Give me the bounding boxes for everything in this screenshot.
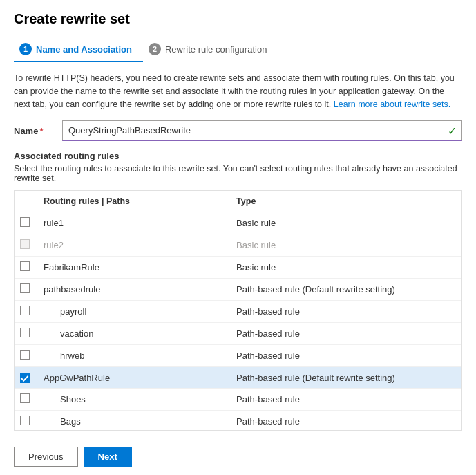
row-type-row2: Basic rule — [229, 234, 461, 257]
table-row[interactable]: vacationPath-based rule — [15, 323, 461, 345]
row-type-row6: Path-based rule — [229, 323, 461, 345]
row-checkbox-row1[interactable] — [20, 217, 30, 227]
table-row[interactable]: ShoesPath-based rule — [15, 388, 461, 410]
page-title: Create rewrite set — [14, 11, 462, 27]
routing-rules-table: Routing rules | Paths Type rule1Basic ru… — [15, 191, 461, 431]
row-type-row7: Path-based rule — [229, 345, 461, 367]
next-button[interactable]: Next — [84, 447, 132, 467]
col-name-header: Routing rules | Paths — [37, 191, 229, 212]
routing-rules-table-container: Routing rules | Paths Type rule1Basic ru… — [14, 190, 462, 431]
name-label: Name* — [14, 126, 55, 136]
description-text: To rewrite HTTP(S) headers, you need to … — [14, 72, 462, 111]
previous-button[interactable]: Previous — [14, 447, 78, 467]
tab1-num: 1 — [19, 43, 32, 55]
row-type-row5: Path-based rule — [229, 301, 461, 323]
tab1-label: Name and Association — [36, 44, 132, 55]
table-row[interactable]: rule2Basic rule — [15, 234, 461, 257]
table-body: rule1Basic rulerule2Basic ruleFabrikamRu… — [15, 212, 461, 431]
col-type-header: Type — [229, 191, 461, 212]
row-type-row1: Basic rule — [229, 212, 461, 234]
name-input-wrap: ✓ — [62, 120, 462, 141]
required-star: * — [39, 126, 43, 136]
row-name-row4: pathbasedrule — [37, 279, 229, 301]
footer-bar: Previous Next — [14, 438, 462, 475]
row-type-row3: Basic rule — [229, 257, 461, 279]
row-checkbox-row2 — [20, 239, 30, 249]
row-checkbox-row10[interactable] — [20, 416, 30, 425]
check-icon: ✓ — [448, 124, 457, 138]
learn-more-link[interactable]: Learn more about rewrite sets. — [334, 100, 451, 109]
row-name-row10: Bags — [37, 410, 229, 431]
tabs-row: 1 Name and Association 2 Rewrite rule co… — [14, 37, 462, 62]
tab-name-association[interactable]: 1 Name and Association — [14, 37, 143, 62]
tab-rewrite-rule[interactable]: 2 Rewrite rule configuration — [143, 37, 278, 62]
row-type-row4: Path-based rule (Default rewrite setting… — [229, 279, 461, 301]
associated-rules-title: Associated routing rules — [14, 151, 462, 161]
row-name-row9: Shoes — [37, 388, 229, 410]
row-name-row1: rule1 — [37, 212, 229, 234]
row-type-row10: Path-based rule — [229, 410, 461, 431]
row-type-row8: Path-based rule (Default rewrite setting… — [229, 367, 461, 389]
table-row[interactable]: FabrikamRuleBasic rule — [15, 257, 461, 279]
associated-rules-subtitle: Select the routing rules to associate to… — [14, 164, 462, 183]
table-row[interactable]: AppGwPathRulePath-based rule (Default re… — [15, 367, 461, 389]
row-name-row3: FabrikamRule — [37, 257, 229, 279]
tab2-label: Rewrite rule configuration — [165, 44, 267, 55]
row-checkbox-row4[interactable] — [20, 283, 30, 293]
row-name-row5: payroll — [37, 301, 229, 323]
row-checkbox-row5[interactable] — [20, 306, 30, 315]
table-row[interactable]: BagsPath-based rule — [15, 410, 461, 431]
page-container: Create rewrite set 1 Name and Associatio… — [0, 0, 476, 475]
name-input[interactable] — [62, 120, 462, 141]
table-row[interactable]: hrwebPath-based rule — [15, 345, 461, 367]
table-header-row: Routing rules | Paths Type — [15, 191, 461, 212]
table-row[interactable]: payrollPath-based rule — [15, 301, 461, 323]
table-row[interactable]: pathbasedrulePath-based rule (Default re… — [15, 279, 461, 301]
table-row[interactable]: rule1Basic rule — [15, 212, 461, 234]
row-checkbox-row3[interactable] — [20, 261, 30, 271]
row-checkbox-row8[interactable] — [20, 373, 30, 383]
row-type-row9: Path-based rule — [229, 388, 461, 410]
row-name-row6: vacation — [37, 323, 229, 345]
col-check — [15, 191, 37, 212]
row-checkbox-row7[interactable] — [20, 350, 30, 360]
row-name-row8: AppGwPathRule — [37, 367, 229, 389]
row-name-row2: rule2 — [37, 234, 229, 257]
row-name-row7: hrweb — [37, 345, 229, 367]
row-checkbox-row6[interactable] — [20, 328, 30, 337]
row-checkbox-row9[interactable] — [20, 393, 30, 403]
tab2-num: 2 — [149, 43, 161, 55]
name-form-row: Name* ✓ — [14, 120, 462, 141]
